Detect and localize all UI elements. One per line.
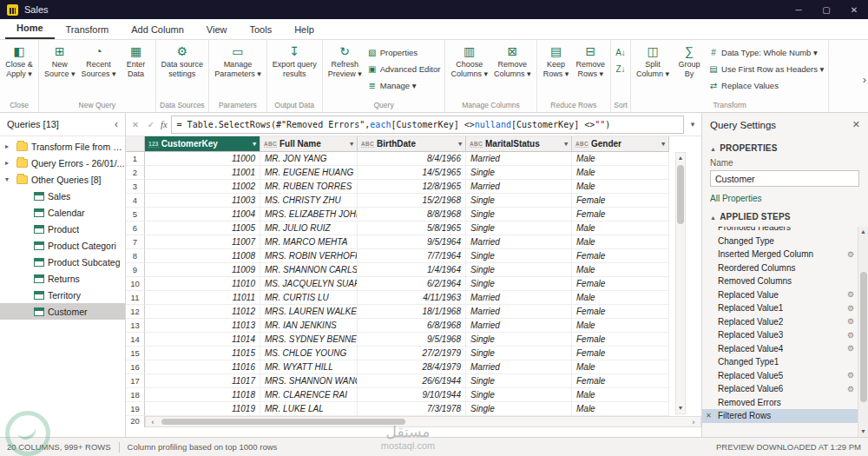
- ribbon-button-manage[interactable]: ≣Manage ▾: [365, 77, 443, 93]
- row-number[interactable]: 4: [126, 194, 145, 208]
- cell-customerkey[interactable]: 11003: [145, 194, 260, 208]
- steps-scrollbar[interactable]: ▲ ▼: [858, 227, 868, 437]
- row-number-partial[interactable]: 20: [126, 416, 145, 427]
- cell-full-name[interactable]: MR. IAN JENKINS: [260, 319, 358, 333]
- cell-customerkey[interactable]: 11000: [145, 152, 260, 166]
- cell-birthdate[interactable]: 27/2/1979: [358, 347, 466, 360]
- row-number[interactable]: 5: [126, 208, 145, 221]
- cell-gender[interactable]: Female: [572, 333, 669, 347]
- row-number[interactable]: 11: [126, 291, 145, 305]
- cell-birthdate[interactable]: 9/10/1944: [358, 388, 466, 402]
- cell-maritalstatus[interactable]: Single: [466, 277, 572, 291]
- cell-full-name[interactable]: MRS. SYDNEY BENNETT: [260, 333, 358, 347]
- delete-step-icon[interactable]: ✕: [706, 412, 712, 420]
- query-item-product-subcateg[interactable]: Product Subcateg: [0, 254, 125, 270]
- cell-customerkey[interactable]: 11018: [145, 388, 260, 402]
- ribbon-button-choose-columns[interactable]: ▥ChooseColumns ▾: [448, 42, 490, 79]
- ribbon-button-manage-parameters[interactable]: ▭ManageParameters ▾: [212, 42, 264, 79]
- scroll-up-icon[interactable]: ▲: [860, 227, 866, 237]
- tab-home[interactable]: Home: [5, 19, 55, 39]
- cell-birthdate[interactable]: 5/8/1965: [358, 221, 466, 235]
- cell-customerkey[interactable]: 11015: [145, 347, 260, 360]
- applied-step-reordered-columns[interactable]: Reordered Columns: [702, 261, 858, 275]
- cell-gender[interactable]: Male: [572, 360, 669, 374]
- cell-customerkey[interactable]: 11017: [145, 374, 260, 388]
- ribbon-button-sort-za[interactable]: Z↓: [614, 61, 628, 76]
- cell-gender[interactable]: Male: [572, 166, 669, 180]
- scroll-right-icon[interactable]: ›: [687, 418, 700, 426]
- cell-customerkey[interactable]: 11011: [145, 291, 260, 305]
- cell-full-name[interactable]: MR. LUKE LAL: [260, 402, 358, 416]
- applied-step-filtered-rows[interactable]: ✕Filtered Rows: [702, 409, 858, 423]
- cell-birthdate[interactable]: 6/2/1964: [358, 277, 466, 291]
- cell-full-name[interactable]: MR. SHANNON CARLSON: [260, 263, 358, 277]
- cell-birthdate[interactable]: 26/6/1944: [358, 374, 466, 388]
- cell-birthdate[interactable]: 15/2/1968: [358, 194, 466, 208]
- cell-gender[interactable]: Female: [572, 208, 669, 221]
- close-icon[interactable]: ✕: [840, 0, 868, 19]
- cell-birthdate[interactable]: 8/4/1966: [358, 152, 466, 166]
- cell-gender[interactable]: Male: [572, 221, 669, 235]
- ribbon-button-recent-sources[interactable]: ◔RecentSources ▾: [79, 42, 119, 79]
- cell-maritalstatus[interactable]: Single: [466, 249, 572, 263]
- tab-view[interactable]: View: [195, 21, 239, 39]
- cell-full-name[interactable]: MR. CURTIS LU: [260, 291, 358, 305]
- query-item-transform-file-from-s[interactable]: ▸Transform File from S...: [0, 138, 125, 155]
- applied-step-replaced-value6[interactable]: Replaced Value6⚙: [702, 382, 858, 396]
- cell-maritalstatus[interactable]: Single: [466, 221, 572, 235]
- cell-customerkey[interactable]: 11016: [145, 360, 260, 374]
- query-item-calendar[interactable]: Calendar: [0, 204, 125, 221]
- expander-icon[interactable]: ▾: [5, 175, 13, 183]
- cell-customerkey[interactable]: 11005: [145, 221, 260, 235]
- cell-full-name[interactable]: MRS. SHANNON WANG: [260, 374, 358, 388]
- filter-icon[interactable]: ▾: [253, 140, 256, 148]
- formula-input[interactable]: = Table.SelectRows(#"Removed Errors", ea…: [171, 116, 684, 134]
- close-panel-icon[interactable]: ✕: [852, 119, 860, 130]
- gear-icon[interactable]: ⚙: [847, 304, 854, 313]
- horizontal-scrollbar[interactable]: ‹ ›: [145, 416, 701, 427]
- cell-birthdate[interactable]: 6/8/1968: [358, 319, 466, 333]
- applied-step-changed-type[interactable]: Changed Type: [702, 235, 858, 248]
- cell-maritalstatus[interactable]: Single: [466, 166, 572, 180]
- ribbon-button-data-type-whole-numb[interactable]: #Data Type: Whole Numb ▾: [707, 44, 825, 60]
- applied-step-replaced-value1[interactable]: Replaced Value1⚙: [702, 301, 858, 315]
- ribbon-button-replace-values[interactable]: ⇄Replace Values: [707, 77, 825, 93]
- gear-icon[interactable]: ⚙: [847, 290, 854, 299]
- row-number[interactable]: 9: [126, 263, 145, 277]
- cell-maritalstatus[interactable]: Single: [466, 347, 572, 360]
- cell-maritalstatus[interactable]: Single: [466, 333, 572, 347]
- row-number[interactable]: 2: [126, 166, 145, 180]
- vertical-scroll-thumb[interactable]: [677, 165, 684, 224]
- cell-birthdate[interactable]: 18/1/1968: [358, 305, 466, 319]
- row-number[interactable]: 16: [126, 360, 145, 374]
- query-item-product-categori[interactable]: Product Categori: [0, 237, 125, 254]
- cell-gender[interactable]: Male: [572, 291, 669, 305]
- cell-birthdate[interactable]: 1/4/1964: [358, 263, 466, 277]
- applied-step-inserted-merged-column[interactable]: Inserted Merged Column⚙: [702, 248, 858, 261]
- cell-maritalstatus[interactable]: Married: [466, 235, 572, 249]
- cell-gender[interactable]: Female: [572, 347, 669, 360]
- cell-full-name[interactable]: MR. EUGENE HUANG: [260, 166, 358, 180]
- cell-gender[interactable]: Male: [572, 180, 669, 194]
- status-profiling-info[interactable]: Column profiling based on top 1000 rows: [128, 442, 278, 452]
- formula-cancel-icon[interactable]: ✕: [129, 120, 141, 129]
- cell-gender[interactable]: Female: [572, 374, 669, 388]
- column-type-icon[interactable]: ABC: [264, 141, 277, 148]
- gear-icon[interactable]: ⚙: [847, 331, 854, 340]
- row-number[interactable]: 13: [126, 319, 145, 333]
- cell-customerkey[interactable]: 11004: [145, 208, 260, 221]
- vertical-scrollbar[interactable]: ▲ ▼: [675, 152, 686, 414]
- query-name-input[interactable]: [710, 170, 859, 187]
- ribbon-button-sort-az[interactable]: A↓: [614, 44, 628, 60]
- cell-maritalstatus[interactable]: Married: [466, 305, 572, 319]
- ribbon-button-close-apply[interactable]: ◧Close &Apply ▾: [3, 42, 36, 79]
- cell-birthdate[interactable]: 9/5/1968: [358, 333, 466, 347]
- cell-full-name[interactable]: MR. JULIO RUIZ: [260, 221, 358, 235]
- ribbon-button-keep-rows[interactable]: ▤KeepRows ▾: [540, 42, 573, 79]
- row-number[interactable]: 12: [126, 305, 145, 319]
- gear-icon[interactable]: ⚙: [847, 250, 854, 259]
- column-type-icon[interactable]: 123: [148, 141, 159, 148]
- row-number[interactable]: 6: [126, 221, 145, 235]
- applied-step-replaced-value3[interactable]: Replaced Value3⚙: [702, 328, 858, 342]
- cell-maritalstatus[interactable]: Married: [466, 180, 572, 194]
